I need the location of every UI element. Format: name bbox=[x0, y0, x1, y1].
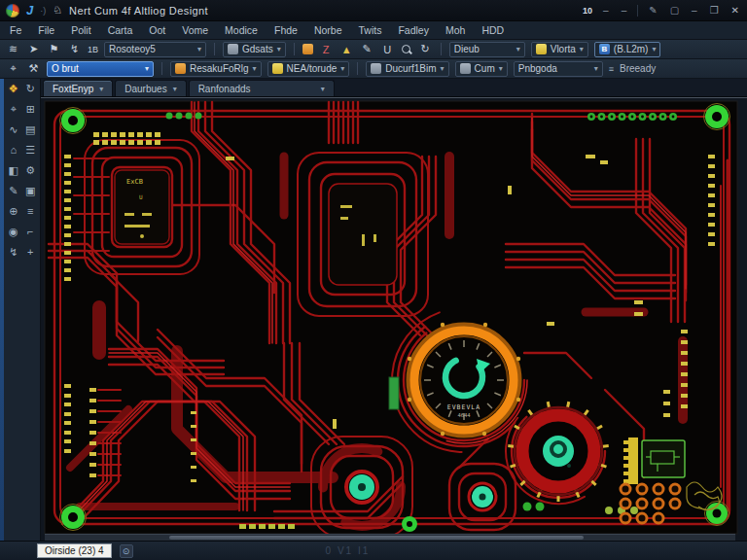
flag-icon[interactable]: ⚑ bbox=[47, 43, 61, 55]
titlebar-zoom-label: 10 bbox=[583, 6, 592, 16]
unit-select-value: Cum bbox=[475, 63, 495, 74]
unit-select[interactable]: Cum ▾ bbox=[455, 61, 508, 77]
view-select[interactable]: Vlorta ▾ bbox=[531, 42, 588, 57]
pcb-connector bbox=[628, 438, 638, 484]
scrollbar-thumb[interactable] bbox=[169, 536, 584, 540]
encoder-center-pad bbox=[543, 436, 574, 467]
mode-select[interactable]: Pnbgoda ▾ bbox=[514, 61, 603, 77]
grid-select-value: Gdsats bbox=[242, 44, 273, 54]
titlebar-separator bbox=[637, 5, 638, 17]
hub-silkscreen-name: EVBEVLA bbox=[447, 403, 480, 411]
chevron-down-icon: ▾ bbox=[197, 45, 201, 53]
menu-item-9[interactable]: Twits bbox=[359, 24, 382, 36]
scale-select[interactable]: B (B.L2m) ▾ bbox=[594, 42, 661, 57]
menu-item-12[interactable]: HDD bbox=[481, 24, 504, 36]
list-tool-icon[interactable]: ☰ bbox=[22, 144, 40, 158]
profile-select[interactable]: Dieub ▾ bbox=[449, 42, 525, 57]
tools-icon[interactable]: ⚒ bbox=[26, 62, 41, 75]
toolbar-primary: ≋ ➤ ⚑ ↯ 1B Rosoteoy5 ▾ Gdsats ▾ Z ▲ ✎ U … bbox=[0, 40, 747, 59]
toolbar-separator bbox=[441, 43, 442, 55]
settings-tool-icon[interactable]: ⚙ bbox=[22, 164, 40, 179]
toolbar-separator bbox=[294, 43, 295, 55]
restore-button[interactable]: ❐ bbox=[708, 5, 721, 16]
pad-tool-icon[interactable]: ◉ bbox=[5, 226, 22, 240]
net-tool-icon[interactable]: ↯ bbox=[5, 246, 22, 261]
tab-schematic-document[interactable]: Daurbues ▾ bbox=[115, 80, 186, 96]
layer-select[interactable]: Rosoteoy5 ▾ bbox=[104, 42, 206, 57]
snap-indicator-icon[interactable]: ⊙ bbox=[120, 544, 133, 558]
tab-report-document[interactable]: Ranfonadds ▾ bbox=[189, 80, 335, 96]
menu-item-2[interactable]: Polit bbox=[71, 24, 90, 36]
chevron-down-icon: ▾ bbox=[580, 45, 584, 53]
grid-select[interactable]: Gdsats ▾ bbox=[223, 42, 286, 57]
menu-item-0[interactable]: Fe bbox=[10, 24, 21, 36]
document-stack-icon bbox=[371, 63, 381, 74]
titlebar-dim-marks: ·) bbox=[40, 6, 46, 16]
library-select[interactable]: NEA/torude ▾ bbox=[267, 61, 350, 77]
components-tool-icon[interactable]: ❖ bbox=[5, 83, 22, 97]
menu-item-4[interactable]: Oot bbox=[149, 24, 165, 36]
cursor-icon[interactable]: ➤ bbox=[26, 43, 41, 55]
book-icon bbox=[536, 44, 547, 54]
search-icon[interactable] bbox=[401, 44, 412, 55]
mask-tool-icon[interactable]: ◧ bbox=[5, 164, 22, 179]
undo-z-icon[interactable]: Z bbox=[319, 44, 334, 55]
add-tool-icon[interactable]: + bbox=[22, 246, 40, 261]
menu-item-1[interactable]: File bbox=[38, 24, 54, 36]
menu-item-5[interactable]: Vome bbox=[182, 24, 208, 36]
polygon-pour-icon[interactable]: ▲ bbox=[339, 44, 354, 55]
horizontal-scrollbar[interactable] bbox=[45, 534, 735, 541]
titlebar-tick-1: – bbox=[601, 5, 611, 16]
layer-select-value: Rosoteoy5 bbox=[109, 44, 156, 54]
history-icon[interactable]: ≋ bbox=[6, 43, 20, 55]
pcb-canvas[interactable]: ExCB U bbox=[41, 97, 747, 541]
notebook-icon[interactable] bbox=[302, 44, 313, 54]
grid-tool-icon[interactable]: ⊞ bbox=[22, 103, 40, 118]
chevron-down-icon: ▾ bbox=[652, 45, 656, 53]
window-title: Nert Cum 4f Altliog Designt bbox=[69, 5, 208, 17]
pcb-green-component bbox=[389, 377, 399, 409]
frame-button[interactable]: ▢ bbox=[668, 5, 681, 16]
document-select[interactable]: Ducurf1Bim ▾ bbox=[366, 61, 448, 77]
panel-tool-icon[interactable]: ▣ bbox=[22, 185, 40, 199]
toolbar-secondary: ⌖ ⚒ O brut ▾ ResakuFoRlg ▾ NEA/torude ▾ … bbox=[0, 59, 747, 79]
net-icon[interactable]: ↯ bbox=[67, 43, 82, 55]
board-mode-icon[interactable]: 1B bbox=[88, 45, 98, 54]
target-combobox[interactable]: O brut ▾ bbox=[47, 61, 154, 77]
minimize-button[interactable]: – bbox=[690, 5, 699, 16]
home-tool-icon[interactable]: ⌂ bbox=[5, 144, 22, 158]
draw-tool-icon[interactable]: ✎ bbox=[5, 185, 22, 199]
align-tool-icon[interactable]: ≡ bbox=[22, 205, 40, 220]
tab-label: FoxtEnyp bbox=[53, 84, 93, 94]
measure-tool-icon[interactable]: ⌐ bbox=[22, 226, 40, 240]
footprint-select[interactable]: ResakuFoRlg ▾ bbox=[170, 61, 262, 77]
origin-tool-icon[interactable]: ⌖ bbox=[5, 103, 22, 118]
quick-launch-icon[interactable]: J bbox=[26, 3, 33, 18]
menu-item-6[interactable]: Modice bbox=[225, 24, 258, 36]
close-button[interactable]: ✕ bbox=[729, 5, 741, 16]
pin-button[interactable]: ✎ bbox=[647, 5, 658, 16]
chevron-down-icon: ▾ bbox=[499, 64, 503, 73]
pen-icon[interactable]: ✎ bbox=[360, 43, 374, 55]
menu-item-8[interactable]: Norbe bbox=[314, 24, 342, 36]
layers-tool-icon[interactable]: ▤ bbox=[22, 123, 40, 138]
via-tool-icon[interactable]: ⊕ bbox=[5, 205, 22, 220]
toolbar-separator bbox=[214, 43, 215, 55]
chevron-down-icon: ▾ bbox=[99, 85, 103, 93]
menu-item-10[interactable]: Fadley bbox=[398, 24, 429, 36]
chevron-down-icon: ▾ bbox=[340, 64, 344, 73]
tab-pcb-document[interactable]: FoxtEnyp ▾ bbox=[43, 80, 113, 96]
origin-icon[interactable]: ⌖ bbox=[6, 62, 20, 75]
union-icon[interactable]: U bbox=[380, 44, 395, 55]
menu-item-3[interactable]: Carta bbox=[108, 24, 133, 36]
chevron-down-icon: ▾ bbox=[277, 45, 281, 53]
rotate-tool-icon[interactable]: ↻ bbox=[22, 83, 40, 97]
signal-tool-icon[interactable]: ∿ bbox=[5, 123, 22, 138]
menu-bar: Fe File Polit Carta Oot Vome Modice Fhde… bbox=[0, 21, 747, 40]
toolbar-separator bbox=[357, 62, 358, 75]
refresh-icon[interactable]: ↻ bbox=[418, 43, 433, 55]
folder-icon bbox=[272, 63, 283, 74]
status-bar: Oirside (23) 4 ⊙ 0 V1 I1 bbox=[0, 541, 747, 560]
menu-item-7[interactable]: Fhde bbox=[274, 24, 298, 36]
menu-item-11[interactable]: Moh bbox=[445, 24, 465, 36]
